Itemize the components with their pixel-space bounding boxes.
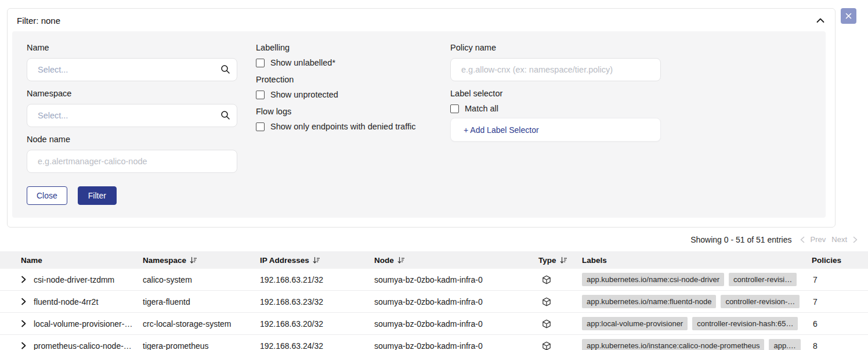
pod-type-icon <box>538 297 582 306</box>
label-chip: app:local-volume-provisioner <box>582 317 688 330</box>
label-chip: app.… <box>769 339 800 350</box>
endpoint-name: local-volume-provisioner-… <box>34 319 143 329</box>
label-chip: app.kubernetes.io/name:csi-node-driver <box>582 273 724 286</box>
filter-column-right: Policy name Label selector Match all + A… <box>450 43 661 205</box>
policy-name-field-label: Policy name <box>450 43 661 52</box>
add-label-selector-button[interactable]: + Add Label Selector <box>450 118 661 142</box>
sort-icon[interactable] <box>397 257 405 264</box>
table-row: fluentd-node-4rr2t tigera-fluentd 192.16… <box>0 291 868 313</box>
prev-page-link[interactable]: Prev <box>811 235 826 244</box>
policy-name-input[interactable] <box>450 58 661 81</box>
pod-type-icon <box>538 275 582 284</box>
expand-row-button[interactable] <box>21 276 34 283</box>
entries-summary: Showing 0 - 51 of 51 entries <box>690 235 791 244</box>
endpoint-labels: app.kubernetes.io/instance:calico-node-p… <box>582 339 806 350</box>
table-row: prometheus-calico-node-… tigera-promethe… <box>0 335 868 350</box>
pagination-bar: Showing 0 - 51 of 51 entries Prev Next <box>0 228 868 251</box>
endpoints-table: Name Namespace IP Addresses Node Type <box>0 251 868 350</box>
expand-row-button[interactable] <box>21 298 34 305</box>
collapse-filter-button[interactable] <box>816 18 824 23</box>
endpoint-ip: 192.168.63.23/32 <box>260 297 374 306</box>
endpoint-ip: 192.168.63.24/32 <box>260 341 374 350</box>
protection-heading: Protection <box>256 75 432 84</box>
label-selector-heading: Label selector <box>450 89 661 98</box>
filter-title: Filter: none <box>17 16 60 26</box>
chevron-right-icon <box>21 320 26 327</box>
search-icon <box>220 64 230 74</box>
endpoint-labels: app.kubernetes.io/name:csi-node-driver c… <box>582 273 806 286</box>
denied-traffic-label: Show only endpoints with denied traffic <box>270 122 415 131</box>
column-header-policies: Policies <box>806 256 868 265</box>
top-area: Filter: none Name Namespace <box>0 0 868 228</box>
sort-icon[interactable] <box>313 257 320 264</box>
label-chip: app.kubernetes.io/name:fluentd-node <box>582 295 716 308</box>
endpoint-namespace: tigera-fluentd <box>143 297 260 306</box>
endpoint-node: soumya-bz-0zbo-kadm-infra-0 <box>374 275 538 284</box>
endpoint-labels: app:local-volume-provisioner controller-… <box>582 317 806 330</box>
close-button[interactable]: Close <box>27 186 67 205</box>
match-all-checkbox[interactable] <box>450 104 459 113</box>
column-header-name: Name <box>21 256 143 265</box>
show-unlabelled-checkbox[interactable] <box>256 59 265 67</box>
table-header-row: Name Namespace IP Addresses Node Type <box>0 251 868 269</box>
label-chip: controller-revision-… <box>721 295 800 308</box>
endpoint-policies-count: 6 <box>806 319 868 329</box>
show-unprotected-checkbox[interactable] <box>256 91 265 99</box>
search-icon <box>220 110 230 120</box>
endpoint-labels: app.kubernetes.io/name:fluentd-node cont… <box>582 295 806 308</box>
name-field-label: Name <box>27 43 237 52</box>
close-icon <box>845 13 852 19</box>
next-page-link[interactable]: Next <box>831 235 847 244</box>
table-row: local-volume-provisioner-… crc-local-sto… <box>0 313 868 335</box>
column-header-labels: Labels <box>582 256 806 265</box>
flow-logs-heading: Flow logs <box>256 107 432 116</box>
filter-column-middle: Labelling Show unlabelled* Protection Sh… <box>256 43 432 205</box>
column-header-node: Node <box>374 256 538 265</box>
column-header-type: Type <box>538 256 582 265</box>
table-row: csi-node-driver-tzdmm calico-system 192.… <box>0 269 868 291</box>
expand-row-button[interactable] <box>21 342 34 349</box>
column-header-ip-addresses: IP Addresses <box>260 256 374 265</box>
namespace-select-input[interactable] <box>27 104 237 127</box>
labelling-heading: Labelling <box>256 43 432 52</box>
chevron-right-icon <box>21 276 26 283</box>
endpoint-namespace: calico-system <box>143 275 260 284</box>
filter-form: Name Namespace Node name <box>12 31 826 218</box>
endpoint-policies-count: 8 <box>806 341 868 350</box>
endpoint-name: csi-node-driver-tzdmm <box>34 275 143 284</box>
match-all-label: Match all <box>465 104 498 113</box>
chevron-right-icon <box>21 342 26 349</box>
pod-type-icon <box>538 341 582 350</box>
endpoint-ip: 192.168.63.20/32 <box>260 319 374 329</box>
filter-panel-header: Filter: none <box>8 9 835 31</box>
endpoint-node: soumya-bz-0zbo-kadm-infra-0 <box>374 297 538 306</box>
next-chevron-icon[interactable] <box>853 236 858 243</box>
sort-icon[interactable] <box>190 257 197 264</box>
node-name-field-label: Node name <box>27 135 237 144</box>
chevron-up-icon <box>816 18 824 23</box>
name-select-input[interactable] <box>27 58 237 81</box>
endpoint-namespace: tigera-prometheus <box>143 341 260 350</box>
endpoint-policies-count: 7 <box>806 275 868 284</box>
label-chip: controller-revisi… <box>729 273 797 286</box>
endpoint-node: soumya-bz-0zbo-kadm-infra-0 <box>374 319 538 329</box>
show-unlabelled-label: Show unlabelled* <box>270 58 335 67</box>
pod-type-icon <box>538 319 582 329</box>
sort-icon[interactable] <box>560 257 567 264</box>
endpoint-node: soumya-bz-0zbo-kadm-infra-0 <box>374 341 538 350</box>
endpoint-name: fluentd-node-4rr2t <box>34 297 143 306</box>
dismiss-filter-button[interactable] <box>841 8 856 24</box>
node-name-input[interactable] <box>27 150 237 173</box>
namespace-field-label: Namespace <box>27 89 237 98</box>
label-chip: controller-revision-hash:65… <box>692 317 798 330</box>
filter-panel: Filter: none Name Namespace <box>7 8 836 228</box>
show-unprotected-label: Show unprotected <box>270 90 338 99</box>
prev-chevron-icon[interactable] <box>800 236 805 243</box>
expand-row-button[interactable] <box>21 320 34 327</box>
label-chip: app.kubernetes.io/instance:calico-node-p… <box>582 339 764 350</box>
endpoint-namespace: crc-local-storage-system <box>143 319 260 329</box>
denied-traffic-checkbox[interactable] <box>256 122 265 131</box>
chevron-right-icon <box>21 298 26 305</box>
filter-button[interactable]: Filter <box>78 186 117 205</box>
endpoint-ip: 192.168.63.21/32 <box>260 275 374 284</box>
